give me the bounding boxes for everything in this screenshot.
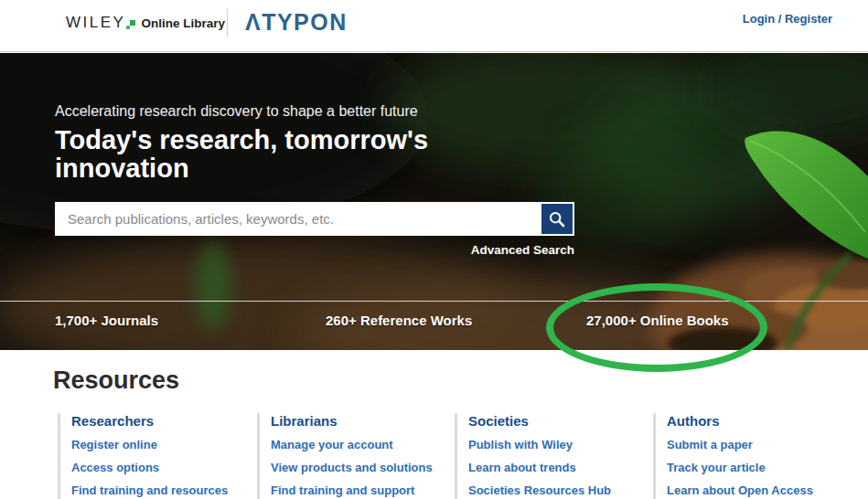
link-publish-with-wiley[interactable]: Publish with Wiley [468, 439, 648, 451]
online-library-label: Online Library [141, 16, 225, 30]
advanced-search-row: Advanced Search [55, 241, 574, 258]
search-icon [549, 211, 565, 228]
search-input[interactable] [57, 204, 541, 234]
wiley-green-squares-icon [126, 20, 135, 30]
stats-separator-line [0, 301, 868, 302]
column-heading-researchers[interactable]: Researchers [71, 413, 251, 429]
stat-online-books[interactable]: 27,000+ Online Books [586, 313, 729, 328]
column-heading-authors[interactable]: Authors [667, 413, 836, 429]
link-find-training-support[interactable]: Find training and support [271, 484, 450, 497]
resources-column-researchers: Researchers Register online Access optio… [58, 413, 251, 499]
wiley-online-library-page: WILEY Online Library ΛTYPON Login / Regi… [0, 0, 868, 499]
top-header: WILEY Online Library ΛTYPON Login / Regi… [0, 0, 868, 52]
resources-column-librarians: Librarians Manage your account View prod… [257, 413, 450, 499]
link-find-training-resources[interactable]: Find training and resources [71, 484, 251, 497]
resources-column-societies: Societies Publish with Wiley Learn about… [455, 413, 648, 499]
link-access-options[interactable]: Access options [71, 462, 251, 474]
resources-column-authors: Authors Submit a paper Track your articl… [653, 413, 836, 499]
resources-heading: Resources [53, 366, 179, 395]
hero-title: Today's research, tomorrow's innovation [55, 126, 494, 183]
atypon-logo[interactable]: ΛTYPON [245, 9, 348, 36]
search-bar [55, 202, 574, 236]
column-heading-societies[interactable]: Societies [468, 413, 648, 429]
stat-reference-works[interactable]: 260+ Reference Works [326, 313, 472, 328]
link-manage-account[interactable]: Manage your account [271, 439, 450, 451]
link-track-your-article[interactable]: Track your article [667, 462, 836, 474]
link-register-online[interactable]: Register online [71, 439, 251, 451]
search-button[interactable] [541, 204, 573, 234]
link-view-products[interactable]: View products and solutions [271, 462, 450, 474]
link-learn-about-open-access[interactable]: Learn about Open Access [667, 484, 836, 497]
wiley-logo[interactable]: WILEY Online Library [66, 14, 225, 32]
link-learn-about-trends[interactable]: Learn about trends [468, 462, 648, 474]
header-divider [227, 8, 228, 37]
hero-banner: Accelerating research discovery to shape… [0, 53, 868, 350]
hero-tagline: Accelerating research discovery to shape… [55, 103, 418, 120]
advanced-search-link[interactable]: Advanced Search [471, 243, 574, 257]
login-register-link[interactable]: Login / Register [743, 12, 832, 26]
wiley-wordmark: WILEY [66, 14, 125, 32]
link-societies-resources-hub[interactable]: Societies Resources Hub [468, 484, 648, 497]
column-heading-librarians[interactable]: Librarians [271, 413, 450, 429]
link-submit-a-paper[interactable]: Submit a paper [667, 439, 836, 451]
stat-journals[interactable]: 1,700+ Journals [55, 313, 158, 328]
